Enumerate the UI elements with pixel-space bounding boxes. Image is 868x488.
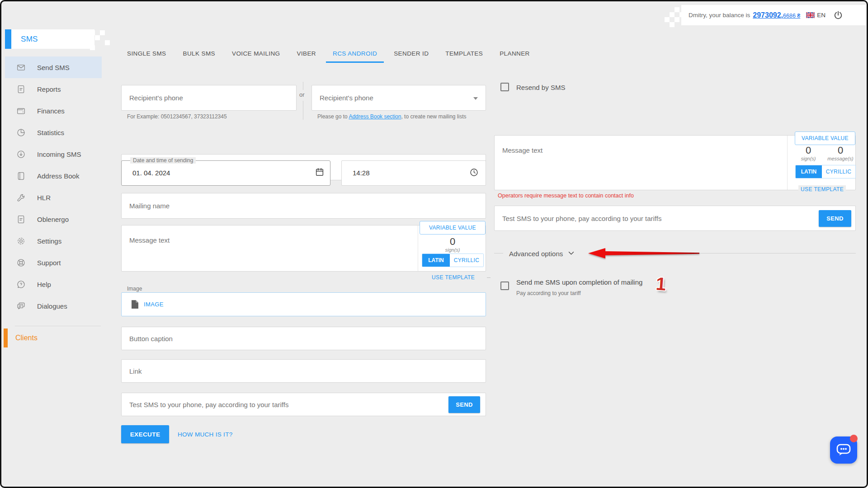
checker-decoration <box>100 30 105 35</box>
gear-icon <box>16 236 26 246</box>
time-value: 14:28 <box>353 169 370 177</box>
image-upload-label: IMAGE <box>144 301 164 308</box>
uk-flag-icon <box>806 12 815 18</box>
button-caption-input[interactable] <box>122 327 486 350</box>
sidebar-item-settings[interactable]: Settings <box>5 230 102 252</box>
recipient-list-hint: Please go to Address Book section, to cr… <box>317 113 467 120</box>
sidebar-item-send-sms[interactable]: Send SMS <box>5 56 102 78</box>
signs-label: sign(s) <box>793 156 823 161</box>
hint-text: Please go to <box>317 113 349 120</box>
sidebar-item-dialogues[interactable]: Dialogues <box>5 295 102 317</box>
tab-planner[interactable]: PLANNER <box>500 46 530 63</box>
tab-sender-id[interactable]: SENDER ID <box>394 46 429 63</box>
test-sms-input[interactable] <box>122 393 486 416</box>
sidebar-item-reports[interactable]: Reports <box>5 78 102 100</box>
latin-toggle-button[interactable]: LATIN <box>796 165 822 178</box>
resend-test-sms-input[interactable] <box>495 206 855 230</box>
variable-value-button[interactable]: VARIABLE VALUE <box>795 131 855 145</box>
resend-by-sms-checkbox[interactable] <box>500 83 509 91</box>
clients-accent-bar <box>4 328 8 347</box>
cyrillic-toggle-button[interactable]: CYRILLIC <box>822 165 855 178</box>
how-much-link[interactable]: HOW MUCH IS IT? <box>178 431 233 438</box>
language-selector[interactable]: EN <box>806 12 826 19</box>
sidebar-menu: Send SMS Reports Finances Statistics Inc… <box>5 56 102 317</box>
envelope-icon <box>16 62 26 72</box>
latin-toggle-button[interactable]: LATIN <box>422 254 450 267</box>
checker-decoration <box>105 40 110 45</box>
link-field <box>121 359 486 383</box>
file-icon <box>132 300 138 309</box>
recipient-phone-hint: For Example: 0501234567, 37323112345 <box>127 113 227 120</box>
recipient-phone-input[interactable] <box>122 85 296 110</box>
mailing-name-input[interactable] <box>122 193 486 218</box>
annotation-arrow <box>587 247 700 259</box>
sidebar-item-hlr[interactable]: HLR <box>5 187 102 208</box>
app-window: Dmitry, your balance is 2973092,6686 ₴ E… <box>0 0 868 488</box>
signs-count: 0 <box>425 236 480 247</box>
incoming-icon <box>16 149 26 159</box>
sidebar-item-support[interactable]: Support <box>5 252 102 273</box>
logout-power-icon[interactable] <box>833 10 844 21</box>
tab-bulk-sms[interactable]: BULK SMS <box>183 46 215 63</box>
messages-count: 0 <box>824 145 857 156</box>
tab-templates[interactable]: TEMPLATES <box>445 46 483 63</box>
resend-test-send-button[interactable]: SEND <box>819 210 851 227</box>
sidebar-divider <box>15 326 101 326</box>
messages-counter: 0 message(s) <box>824 145 857 161</box>
balance-link[interactable]: 2973092,6686 ₴ <box>753 11 800 19</box>
test-send-button[interactable]: SEND <box>448 396 480 413</box>
checker-decoration <box>95 35 100 40</box>
checker-decoration <box>675 7 679 12</box>
variable-value-button[interactable]: VARIABLE VALUE <box>420 221 486 235</box>
date-field-label: Date and time of sending <box>130 157 196 164</box>
balance-fraction: 6686 ₴ <box>783 13 800 19</box>
clock-icon[interactable] <box>469 168 479 177</box>
or-divider-line <box>303 101 303 120</box>
tab-voice-mailing[interactable]: VOICE MAILING <box>232 46 280 63</box>
advanced-options-divider <box>494 253 503 253</box>
execute-button[interactable]: EXECUTE <box>121 425 169 443</box>
signs-label: sign(s) <box>425 247 480 253</box>
link-input[interactable] <box>122 360 486 382</box>
signs-counter: 0 sign(s) <box>425 236 480 253</box>
advanced-options-label: Advanced options <box>509 250 563 258</box>
calendar-icon[interactable] <box>315 167 325 177</box>
signs-counter: 0 sign(s) <box>793 145 823 161</box>
document-icon <box>16 214 26 224</box>
completion-sms-label: Send me SMS upon completion of mailing <box>516 278 642 286</box>
chat-notification-dot <box>850 435 858 442</box>
operator-warning-text: Operators require message text to contai… <box>498 192 634 199</box>
wrench-icon <box>16 192 26 202</box>
advanced-options-toggle[interactable]: Advanced options <box>509 249 575 258</box>
cyrillic-toggle-button[interactable]: CYRILLIC <box>450 254 483 267</box>
report-icon <box>16 84 26 94</box>
sidebar-section-sms[interactable]: SMS <box>5 29 94 49</box>
use-template-link[interactable]: USE TEMPLATE <box>798 185 846 193</box>
checker-decoration <box>675 17 679 22</box>
completion-sms-checkbox[interactable] <box>500 282 509 290</box>
tab-single-sms[interactable]: SINGLE SMS <box>127 46 166 63</box>
sidebar-item-oblenergo[interactable]: Oblenergo <box>5 208 102 230</box>
annotation-step-number: 1 <box>655 273 666 294</box>
pie-chart-icon <box>16 127 26 137</box>
sidebar-item-incoming-sms[interactable]: Incoming SMS <box>5 143 102 165</box>
sidebar-item-statistics[interactable]: Statistics <box>5 122 102 143</box>
lifebuoy-icon <box>16 258 26 267</box>
sidebar-item-help[interactable]: Help <box>5 273 102 295</box>
tab-viber[interactable]: VIBER <box>297 46 316 63</box>
checker-decoration <box>665 17 670 22</box>
address-book-link[interactable]: Address Book section <box>349 113 401 120</box>
use-template-link[interactable]: USE TEMPLATE <box>432 274 475 281</box>
recipient-list-select[interactable]: Recipient's phone <box>311 85 486 111</box>
sidebar-item-clients[interactable]: Clients <box>4 328 102 347</box>
dialogues-icon <box>16 301 26 311</box>
image-section-label: Image <box>127 286 142 292</box>
channel-tabs: SINGLE SMS BULK SMS VOICE MAILING VIBER … <box>127 46 530 64</box>
sidebar-item-finances[interactable]: Finances <box>5 100 102 122</box>
sidebar-item-address-book[interactable]: Address Book <box>5 165 102 187</box>
image-upload-box[interactable]: IMAGE <box>121 292 486 316</box>
balance-integer: 2973092, <box>753 11 783 19</box>
chevron-down-icon <box>567 249 575 258</box>
book-icon <box>16 171 26 181</box>
tab-rcs-android[interactable]: RCS ANDROID <box>333 46 377 63</box>
